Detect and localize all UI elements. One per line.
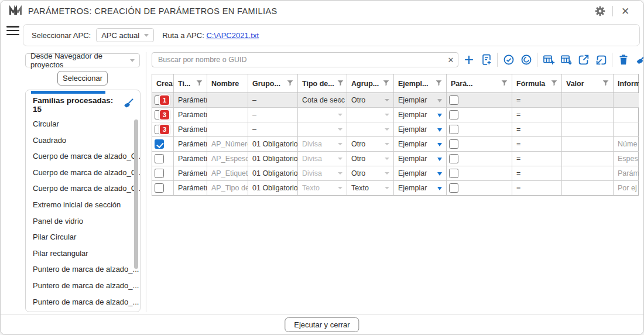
menu-icon[interactable]: [6, 26, 19, 37]
add-document-icon[interactable]: [478, 52, 494, 68]
tipo_de-cell[interactable]: [298, 122, 347, 137]
formula-cell: =: [512, 122, 562, 137]
family-item[interactable]: Pilar Circular: [26, 229, 140, 245]
select-families-button[interactable]: Seleccionar: [57, 71, 108, 86]
family-item[interactable]: Puntero de marca de alzado_...: [26, 278, 140, 294]
toolbar-separator: [497, 53, 498, 67]
dropdown-arrow-icon: [437, 128, 442, 132]
agrup-cell[interactable]: Otro: [347, 137, 394, 152]
checkbox[interactable]: [449, 169, 458, 178]
ejemplar-cell[interactable]: Ejemplar: [394, 93, 447, 108]
tipo_de-cell[interactable]: Texto: [298, 181, 347, 196]
circle-icon[interactable]: [518, 52, 534, 68]
table-toolbar: [461, 52, 644, 68]
filter-icon[interactable]: [550, 79, 558, 88]
filter-icon[interactable]: [286, 79, 294, 88]
checkbox[interactable]: [449, 95, 458, 105]
ejemplar-cell[interactable]: Ejemplar: [394, 108, 447, 122]
agrup-cell[interactable]: [347, 122, 394, 137]
checkbox[interactable]: [449, 183, 458, 193]
nombre-cell: AP_Espesor: [207, 152, 248, 166]
checkbox[interactable]: [155, 154, 164, 163]
close-button[interactable]: ✕: [615, 2, 635, 20]
family-item[interactable]: Cuadrado: [26, 132, 140, 149]
ejemplar-cell[interactable]: Ejemplar: [394, 122, 447, 137]
filter-icon[interactable]: [435, 79, 443, 88]
agrup-cell[interactable]: Texto: [347, 181, 394, 196]
checkbox[interactable]: [155, 183, 164, 193]
formula-cell: =: [512, 108, 562, 122]
family-item[interactable]: Pilar rectangular: [26, 245, 140, 262]
crear-cell: 3: [152, 108, 174, 122]
search-input[interactable]: [152, 56, 444, 64]
tipo_de-cell[interactable]: Divisa: [298, 137, 347, 152]
execute-close-button[interactable]: Ejecutar y cerrar: [285, 317, 359, 332]
agrup-cell[interactable]: Otro: [347, 152, 394, 166]
agrup-cell[interactable]: Otro: [347, 93, 394, 108]
chevron-down-icon: [144, 34, 149, 37]
families-scrollbar[interactable]: [134, 119, 138, 269]
grupo-cell: 01 Obligatorios: [248, 137, 298, 152]
plus-icon[interactable]: [461, 52, 477, 68]
checkbox[interactable]: [449, 110, 458, 119]
dropdown-arrow-icon: [338, 172, 342, 175]
checkbox[interactable]: [155, 139, 164, 149]
crear-cell: [152, 166, 174, 181]
filter-icon[interactable]: [337, 79, 344, 88]
source-dropdown[interactable]: Desde Navegador de proyectos: [25, 53, 140, 67]
grupo-cell: 01 Obligatorios: [248, 166, 298, 181]
tipo_de-cell[interactable]: Cota de secc: [298, 93, 347, 108]
filter-icon[interactable]: [602, 79, 609, 88]
apc-dropdown[interactable]: APC actual: [96, 28, 154, 42]
dropdown-arrow-icon: [385, 114, 389, 116]
family-item[interactable]: Extremo inicial de sección: [26, 197, 140, 213]
agrup-cell[interactable]: Otro: [347, 166, 394, 181]
family-item[interactable]: Circular: [26, 116, 140, 132]
family-item[interactable]: Panel de vidrio: [26, 213, 140, 230]
filter-icon[interactable]: [382, 79, 390, 88]
filter-icon[interactable]: [196, 79, 203, 88]
informa-cell: [614, 93, 639, 108]
valor-cell: [562, 108, 614, 122]
checkbox[interactable]: [449, 139, 458, 149]
tipo_de-cell[interactable]: Divisa: [298, 152, 347, 166]
family-item[interactable]: Cuerpo de marca de alzado_C...: [26, 165, 140, 181]
ejemplar-cell[interactable]: Ejemplar: [394, 166, 447, 181]
filter-icon[interactable]: [501, 79, 508, 88]
ejemplar-cell[interactable]: Ejemplar: [394, 137, 447, 152]
tipo_de-cell[interactable]: Divisa: [298, 166, 347, 181]
parametro-check-cell: [447, 122, 512, 137]
table-add-icon[interactable]: [540, 52, 556, 68]
table-row: 3Parámetro–Ejemplar=: [152, 108, 638, 122]
valor-cell: [562, 137, 614, 152]
table-download-icon[interactable]: [558, 52, 574, 68]
broom-icon[interactable]: [122, 98, 134, 112]
parameters-table: CrearTi...NombreGrupo...Tipo de...Agrup.…: [152, 74, 639, 196]
family-item[interactable]: Puntero de marca de alzado_...: [26, 261, 140, 278]
titlebar: PARÁMETROS: CREACIÓN DE PARÁMETROS EN FA…: [1, 1, 643, 22]
checkbox[interactable]: [449, 154, 458, 163]
family-item[interactable]: Cuerpo de marca de alzado_C...: [26, 148, 140, 165]
export-icon[interactable]: [576, 52, 591, 68]
clear-search-icon[interactable]: ✕: [444, 56, 458, 64]
family-item[interactable]: Cuerpo de marca de alzado_C...: [26, 180, 140, 197]
ejemplar-cell[interactable]: Ejemplar: [394, 181, 447, 196]
checkbox[interactable]: [449, 125, 458, 134]
family-item[interactable]: Ventana doble...: [26, 310, 140, 312]
settings-button[interactable]: [590, 2, 610, 20]
informa-cell: [614, 122, 639, 137]
table-row: ParámetroAP_Número01 ObligatoriosDivisaO…: [152, 137, 638, 152]
import-icon[interactable]: [593, 52, 609, 68]
apc-file-link[interactable]: C:\APC2021.txt: [206, 31, 259, 40]
parametro-check-cell: [447, 152, 512, 166]
tipo_de-cell[interactable]: [298, 108, 347, 122]
parametro-check-cell: [447, 181, 512, 196]
checkbox[interactable]: [155, 169, 164, 178]
check-circle-icon[interactable]: [501, 52, 516, 68]
trash-icon[interactable]: [615, 52, 631, 68]
ejemplar-cell[interactable]: Ejemplar: [394, 152, 447, 166]
table-header-row: CrearTi...NombreGrupo...Tipo de...Agrup.…: [152, 74, 638, 93]
agrup-cell[interactable]: [347, 108, 394, 122]
family-item[interactable]: Puntero de marca de alzado_...: [26, 294, 140, 310]
broom-icon[interactable]: [633, 52, 644, 68]
